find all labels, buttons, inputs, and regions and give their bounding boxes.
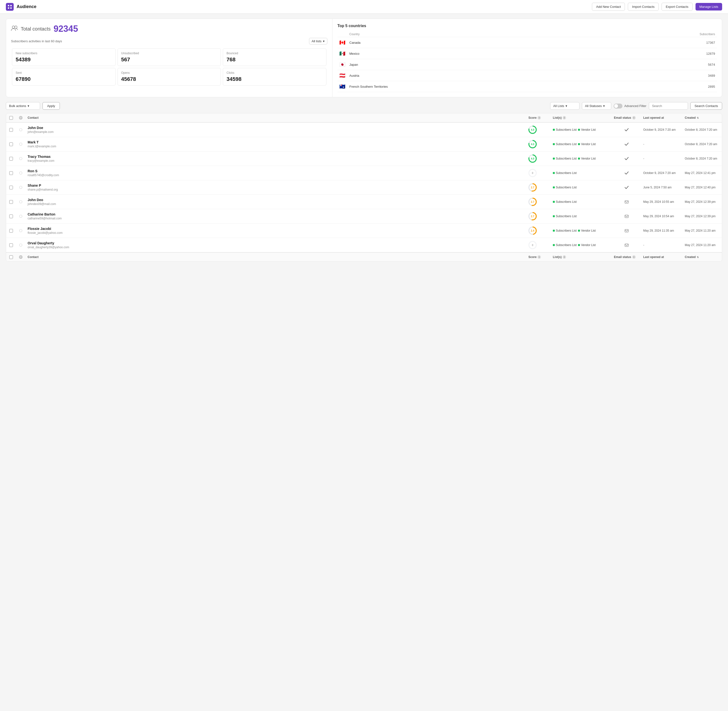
all-lists-filter-dropdown[interactable]: All Lists ▾ xyxy=(550,102,579,110)
search-contacts-button[interactable]: Search Contacts xyxy=(690,102,722,110)
advanced-filter-toggle: Advanced Filter xyxy=(614,103,646,109)
add-new-contact-button[interactable]: Add New Contact xyxy=(592,3,625,11)
apply-button[interactable]: Apply xyxy=(43,102,60,110)
contact-email: tracy@example.com xyxy=(28,159,525,162)
contact-score: 2.4 xyxy=(526,227,551,235)
contact-email: john@example.com xyxy=(28,130,525,134)
row-checkbox xyxy=(6,157,16,161)
contact-info[interactable]: Orval Daugherty orval_daugherty39@yahoo.… xyxy=(26,241,526,249)
filters-row: Bulk actions ▾ Apply All Lists ▾ All Sta… xyxy=(6,102,722,110)
svg-point-13 xyxy=(19,157,22,160)
lists-info-icon[interactable]: i xyxy=(563,116,566,119)
search-input[interactable] xyxy=(649,102,688,110)
select-all-checkbox[interactable] xyxy=(9,116,13,120)
col-country-header: Country xyxy=(348,31,601,37)
country-row: 🇨🇦 Canada 17367 xyxy=(337,37,717,48)
svg-rect-21 xyxy=(625,229,628,232)
contact-checkbox[interactable] xyxy=(9,142,13,146)
contact-last-opened: May 29, 2024 11:35 am xyxy=(641,229,683,232)
contact-created: May 27, 2024 11:20 am xyxy=(683,229,722,232)
table-row: Ron S rosafi5740@crodity.com 0 Subscribe… xyxy=(6,166,722,180)
header-created: Created ⇅ xyxy=(683,116,722,119)
contact-created: May 27, 2024 11:20 am xyxy=(683,243,722,247)
contact-score: 2.7 xyxy=(526,212,551,220)
contact-info[interactable]: Tracy Thomas tracy@example.com xyxy=(26,155,526,162)
footer-created-sort-icon[interactable]: ⇅ xyxy=(697,256,699,258)
svg-rect-17 xyxy=(625,201,628,203)
contact-info[interactable]: Flossie Jacobi flossie_jacobi@yahoo.com xyxy=(26,227,526,235)
svg-point-2 xyxy=(8,7,9,9)
contact-score: 4.0 xyxy=(526,155,551,163)
footer-lists-info-icon[interactable]: i xyxy=(563,255,566,259)
footer-email-status-info-icon[interactable]: i xyxy=(632,255,636,259)
export-contacts-button[interactable]: Export Contacts xyxy=(662,3,693,11)
email-status-info-icon[interactable]: i xyxy=(632,116,636,119)
stats-left: Total contacts 92345 Subscribers activit… xyxy=(6,19,333,97)
countries-table: Country Subscribers 🇨🇦 Canada 17367 🇲🇽 M… xyxy=(337,31,717,92)
all-lists-dropdown[interactable]: All lists ▾ xyxy=(309,38,327,44)
advanced-filter-toggle-switch[interactable] xyxy=(614,103,622,109)
row-globe xyxy=(16,171,26,175)
contact-checkbox[interactable] xyxy=(9,157,13,161)
footer-created: Created ⇅ xyxy=(683,255,722,259)
header-score: Score i xyxy=(526,116,551,119)
contact-info[interactable]: Mark T mark.t@example.com xyxy=(26,140,526,148)
contact-checkbox[interactable] xyxy=(9,229,13,233)
contact-info[interactable]: Ron S rosafi5740@crodity.com xyxy=(26,169,526,177)
svg-point-12 xyxy=(19,143,22,146)
import-contacts-button[interactable]: Import Contacts xyxy=(628,3,659,11)
country-flag: 🇹🇫 xyxy=(337,81,348,92)
list-badge: Vendor List xyxy=(578,243,595,247)
contact-score: 4.0 xyxy=(526,140,551,148)
contact-info[interactable]: John Deo johndeo09@mail.com xyxy=(26,198,526,206)
select-all-footer-checkbox[interactable] xyxy=(9,255,13,259)
bulk-actions-dropdown[interactable]: Bulk actions ▾ xyxy=(6,102,40,110)
contact-checkbox[interactable] xyxy=(9,243,13,247)
contact-lists: Subscribers ListVendor List xyxy=(551,229,612,232)
footer-score-info-icon[interactable]: i xyxy=(538,255,541,259)
contact-checkbox[interactable] xyxy=(9,200,13,204)
contact-checkbox[interactable] xyxy=(9,214,13,218)
created-sort-icon[interactable]: ⇅ xyxy=(697,117,699,119)
contact-info[interactable]: John Doe john@example.com xyxy=(26,126,526,134)
svg-point-3 xyxy=(10,7,12,9)
all-statuses-filter-dropdown[interactable]: All Statuses ▾ xyxy=(582,102,611,110)
stats-panel: Total contacts 92345 Subscribers activit… xyxy=(6,19,722,97)
contact-email-status xyxy=(612,157,641,160)
contact-score: 0 xyxy=(526,169,551,177)
country-flag: 🇯🇵 xyxy=(337,59,348,70)
svg-point-18 xyxy=(19,215,22,218)
contact-score: 2.7 xyxy=(526,198,551,206)
score-info-icon[interactable]: i xyxy=(538,116,541,119)
row-globe xyxy=(16,128,26,131)
col-flag-header xyxy=(337,31,348,37)
contact-created: May 27, 2024 12:40 pm xyxy=(683,186,722,189)
contact-checkbox[interactable] xyxy=(9,128,13,132)
svg-point-1 xyxy=(10,5,12,6)
header-left: Audience xyxy=(6,3,37,11)
table-body: John Doe john@example.com 4.0 Subscriber… xyxy=(6,122,722,252)
header-actions: Add New Contact Import Contacts Export C… xyxy=(592,3,722,11)
header-lists: List(s) i xyxy=(551,116,612,119)
contact-last-opened: May 29, 2024 10:55 am xyxy=(641,200,683,204)
contact-email: flossie_jacobi@yahoo.com xyxy=(28,231,525,235)
contact-info[interactable]: Shane P shane.p@mailsend.org xyxy=(26,183,526,191)
stat-bounced: Bounced 768 xyxy=(223,49,326,66)
contact-score: 0 xyxy=(526,241,551,249)
contact-email: orval_daugherty39@yahoo.com xyxy=(28,246,525,249)
toggle-knob xyxy=(614,104,618,108)
contact-email-status xyxy=(612,143,641,146)
row-globe xyxy=(16,243,26,247)
contact-checkbox[interactable] xyxy=(9,186,13,189)
contact-info[interactable]: Catharine Barton catharine59@hotmail.com xyxy=(26,212,526,220)
col-subscribers-header: Subscribers xyxy=(601,31,717,37)
footer-lists: List(s) i xyxy=(551,255,612,259)
contact-created: October 8, 2024 7:20 am xyxy=(683,142,722,146)
contact-checkbox[interactable] xyxy=(9,171,13,175)
contact-last-opened: - xyxy=(641,142,683,146)
contact-name: Mark T xyxy=(28,140,525,144)
contact-email-status xyxy=(612,215,641,218)
manage-lists-button[interactable]: Manage Lists xyxy=(696,3,722,10)
svg-point-22 xyxy=(19,244,22,246)
contact-email-status xyxy=(612,171,641,174)
